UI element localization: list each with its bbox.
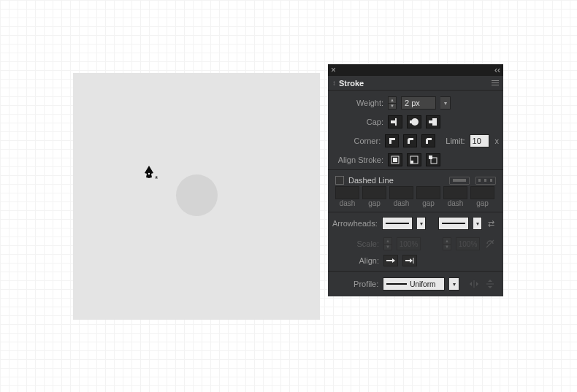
align-stroke-outside-button[interactable]: [426, 153, 440, 166]
pen-tool-cursor: *: [145, 166, 159, 183]
scale-end-stepper[interactable]: ▲▼: [443, 237, 451, 250]
cap-round-button[interactable]: [407, 115, 421, 128]
flip-along-icon[interactable]: [468, 278, 480, 290]
gap-field-2[interactable]: [416, 186, 440, 199]
collapse-icon[interactable]: ‹‹: [494, 65, 500, 75]
limit-suffix: x: [495, 137, 500, 145]
svg-rect-13: [429, 155, 432, 159]
close-icon[interactable]: ×: [331, 66, 336, 74]
scale-end-field[interactable]: 100%: [456, 237, 480, 250]
scale-label: Scale:: [332, 239, 379, 248]
arrowhead-start-dropdown[interactable]: ▾: [417, 217, 426, 230]
dash-field-3[interactable]: [443, 186, 467, 199]
arrowhead-end-select[interactable]: [438, 217, 470, 230]
profile-dropdown[interactable]: ▾: [449, 277, 459, 291]
svg-rect-14: [478, 179, 481, 182]
corner-round-button[interactable]: [403, 134, 417, 147]
dash-sub-label: dash: [335, 199, 359, 207]
limit-label: Limit:: [446, 137, 465, 145]
swap-arrowheads-icon[interactable]: ⇄: [486, 218, 496, 229]
svg-rect-9: [393, 158, 397, 162]
gap-sub-label: gap: [470, 199, 494, 207]
stroke-panel: × ‹‹ ↕ Stroke Weight: ▲▼ 2 px ▾ Cap: Cor…: [328, 64, 503, 296]
svg-rect-7: [432, 118, 437, 126]
weight-dropdown[interactable]: ▾: [440, 96, 451, 109]
panel-title: Stroke: [339, 79, 364, 88]
profile-value: Uniform: [410, 280, 435, 288]
dash-sub-label: dash: [443, 199, 467, 207]
profile-label: Profile:: [332, 280, 378, 288]
corner-label: Corner:: [332, 137, 381, 145]
svg-rect-15: [484, 179, 486, 182]
flip-across-icon[interactable]: [484, 278, 496, 290]
align-stroke-label: Align Stroke:: [332, 155, 383, 164]
link-scale-icon[interactable]: [484, 238, 496, 250]
align-label: Align:: [332, 256, 379, 265]
panel-cycle-icon[interactable]: ↕: [332, 79, 336, 87]
gap-field-1[interactable]: [362, 186, 386, 199]
align-stroke-center-button[interactable]: [388, 153, 402, 166]
svg-rect-2: [391, 120, 395, 123]
limit-field[interactable]: 10: [470, 134, 489, 147]
weight-field[interactable]: 2 px: [401, 96, 436, 109]
cap-projecting-button[interactable]: [426, 115, 440, 128]
scale-start-stepper[interactable]: ▲▼: [383, 237, 392, 250]
arrowhead-end-dropdown[interactable]: ▾: [473, 217, 482, 230]
svg-rect-11: [410, 161, 413, 164]
gap-sub-label: gap: [416, 199, 440, 207]
dashed-line-label: Dashed Line: [348, 176, 394, 185]
panel-tabbar: ↕ Stroke: [328, 76, 503, 91]
dashed-line-checkbox[interactable]: [335, 176, 344, 185]
svg-text:*: *: [155, 174, 158, 183]
dash-align-corners-icon[interactable]: [475, 177, 496, 185]
dash-preserve-exact-icon[interactable]: [449, 177, 470, 185]
arrowhead-start-select[interactable]: [382, 217, 413, 230]
corner-bevel-button[interactable]: [421, 134, 435, 147]
artboard: *: [73, 73, 320, 320]
align-arrowhead-extend-button[interactable]: [383, 255, 398, 266]
svg-point-5: [411, 118, 419, 126]
dash-field-2[interactable]: [389, 186, 413, 199]
dash-field-1[interactable]: [335, 186, 359, 199]
weight-stepper[interactable]: ▲▼: [388, 96, 397, 109]
gap-sub-label: gap: [362, 199, 386, 207]
profile-select[interactable]: Uniform: [383, 277, 445, 291]
gap-field-3[interactable]: [470, 186, 494, 199]
align-stroke-inside-button[interactable]: [407, 153, 421, 166]
svg-point-0: [148, 173, 150, 174]
align-arrowhead-tip-button[interactable]: [402, 255, 417, 266]
arrowheads-label: Arrowheads:: [332, 219, 378, 228]
svg-rect-16: [490, 179, 492, 182]
scale-start-field[interactable]: 100%: [397, 237, 421, 250]
corner-miter-button[interactable]: [385, 134, 399, 147]
svg-rect-3: [395, 118, 397, 126]
cap-butt-button[interactable]: [388, 115, 402, 128]
dash-sub-label: dash: [389, 199, 413, 207]
cap-label: Cap:: [332, 118, 383, 126]
panel-menu-icon[interactable]: [492, 80, 499, 85]
weight-label: Weight:: [332, 99, 383, 107]
ellipse-shape: [176, 174, 218, 216]
panel-topbar: × ‹‹: [328, 64, 503, 76]
